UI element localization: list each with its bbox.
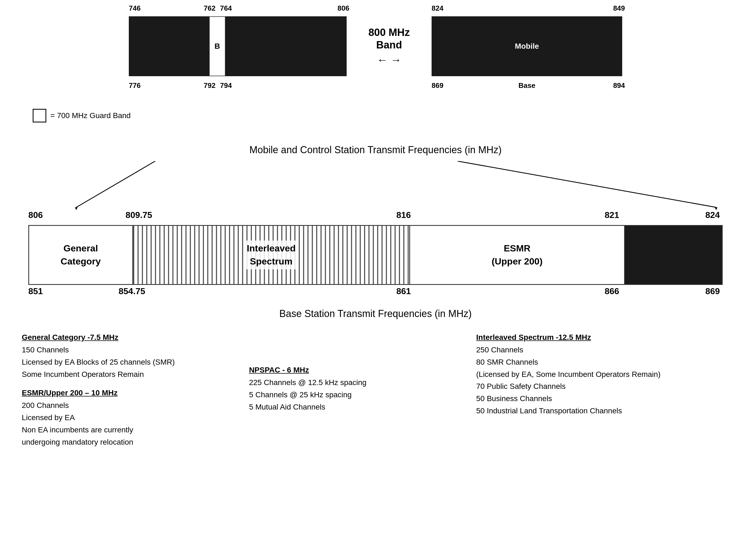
- top-label-821: 821: [605, 210, 619, 220]
- freq-764: 764: [220, 4, 232, 13]
- mobile-label: Mobile: [515, 42, 539, 51]
- npspac-line-1: 225 Channels @ 12.5 kHz spacing: [249, 377, 460, 389]
- freq-bar-container: 806 809.75 816 821 824 General Category …: [28, 210, 723, 300]
- general-line-3: Some Incumbent Operators Remain: [22, 368, 233, 381]
- col-spacer-1: [22, 380, 233, 388]
- top-label-806: 806: [28, 210, 43, 220]
- freq-762: 762: [204, 4, 215, 13]
- top-diagram: 746 762 764 806 B 776 792 794 800 MHz Ba…: [22, 16, 729, 76]
- esmr-line-3: Non EA incumbents are currently: [22, 424, 233, 436]
- interleaved-line-1: 250 Channels: [476, 344, 729, 356]
- top-label-824: 824: [705, 210, 720, 220]
- general-line-1: 150 Channels: [22, 344, 233, 356]
- top-freq-labels: 806 809.75 816 821 824: [28, 210, 723, 224]
- band-arrows: ← →: [368, 54, 410, 66]
- left-frequency-block: 746 762 764 806 B 776 792 794: [129, 16, 347, 76]
- freq-824-top: 824: [431, 4, 443, 13]
- guard-band-text: = 700 MHz Guard Band: [51, 111, 131, 120]
- freq-869: 869: [431, 81, 443, 90]
- freq-806-top: 806: [338, 4, 349, 13]
- top-label-816: 816: [397, 210, 411, 220]
- guard-band-legend: = 700 MHz Guard Band: [33, 109, 729, 122]
- guard-band-stripe: B: [209, 16, 226, 76]
- npspac-line-2: 5 Channels @ 25 kHz spacing: [249, 389, 460, 401]
- bot-label-85475: 854.75: [119, 286, 146, 296]
- segment-black: [625, 226, 722, 284]
- freq-776: 776: [129, 81, 140, 90]
- mobile-control-title: Mobile and Control Station Transmit Freq…: [22, 144, 729, 156]
- text-col-right: Interleaved Spectrum -12.5 MHz 250 Chann…: [476, 333, 729, 448]
- band-label-text: 800 MHz Band: [368, 26, 410, 51]
- bot-label-861: 861: [397, 286, 411, 296]
- svg-line-2: [458, 161, 716, 207]
- base-label: Base: [518, 81, 535, 90]
- interleaved-label: Interleaved Spectrum: [244, 241, 299, 269]
- right-arrow-icon: →: [390, 54, 401, 66]
- frequency-bar: General Category Interleaved Spectrum ES…: [28, 225, 723, 285]
- band-label-center: 800 MHz Band ← →: [368, 26, 410, 66]
- esmr-line-1: 200 Channels: [22, 399, 233, 412]
- connecting-svg: [49, 161, 744, 210]
- base-station-title: Base Station Transmit Frequencies (in MH…: [22, 308, 729, 319]
- page-container: 746 762 764 806 B 776 792 794 800 MHz Ba…: [0, 0, 751, 560]
- bot-label-851: 851: [28, 286, 43, 296]
- interleaved-line-3: (Licensed by EA, Some Incumbent Operator…: [476, 368, 729, 381]
- interleaved-line-4: 70 Public Safety Channels: [476, 380, 729, 393]
- text-col-left: General Category -7.5 MHz 150 Channels L…: [22, 333, 233, 448]
- bot-label-869: 869: [705, 286, 720, 296]
- bottom-freq-labels: 851 854.75 861 866 869: [28, 286, 723, 300]
- bottom-text-section: General Category -7.5 MHz 150 Channels L…: [22, 333, 729, 448]
- esmr-line-2: Licensed by EA: [22, 412, 233, 424]
- freq-792: 792: [204, 81, 215, 90]
- right-frequency-block: 824 849 Mobile 869 894 Base: [431, 16, 622, 76]
- segment-esmr: ESMR (Upper 200): [410, 226, 625, 284]
- guard-band-box: [33, 109, 46, 122]
- npspac-title: NPSPAC - 6 MHz: [249, 366, 460, 375]
- top-label-80975: 809.75: [126, 210, 152, 220]
- interleaved-spectrum-title: Interleaved Spectrum -12.5 MHz: [476, 333, 729, 342]
- left-arrow-icon: ←: [377, 54, 388, 66]
- interleaved-line-2: 80 SMR Channels: [476, 356, 729, 368]
- freq-849: 849: [613, 4, 625, 13]
- text-col-mid: NPSPAC - 6 MHz 225 Channels @ 12.5 kHz s…: [249, 333, 460, 448]
- connecting-arrows-area: [22, 161, 729, 210]
- segment-interleaved: Interleaved Spectrum: [133, 226, 410, 284]
- svg-marker-1: [75, 207, 78, 210]
- general-category-title: General Category -7.5 MHz: [22, 333, 233, 342]
- svg-line-0: [76, 161, 155, 207]
- esmr-title: ESMR/Upper 200 – 10 MHz: [22, 388, 233, 397]
- left-black-block: B: [129, 16, 347, 76]
- stripe-b-label: B: [215, 42, 220, 51]
- esmr-line-4: undergoing mandatory relocation: [22, 436, 233, 448]
- svg-marker-3: [715, 207, 717, 210]
- freq-794: 794: [220, 81, 232, 90]
- bottom-section: Mobile and Control Station Transmit Freq…: [22, 144, 729, 448]
- freq-746: 746: [129, 4, 140, 13]
- npspac-line-3: 5 Mutual Aid Channels: [249, 401, 460, 413]
- general-line-2: Licensed by EA Blocks of 25 channels (SM…: [22, 356, 233, 368]
- esmr-label: ESMR (Upper 200): [489, 241, 545, 269]
- freq-894: 894: [613, 81, 625, 90]
- interleaved-line-5: 50 Business Channels: [476, 393, 729, 405]
- general-label: General Category: [58, 241, 103, 269]
- bot-label-866: 866: [605, 286, 619, 296]
- right-black-block: Mobile: [431, 16, 622, 76]
- segment-general: General Category: [29, 226, 133, 284]
- interleaved-line-6: 50 Industrial Land Transportation Channe…: [476, 405, 729, 417]
